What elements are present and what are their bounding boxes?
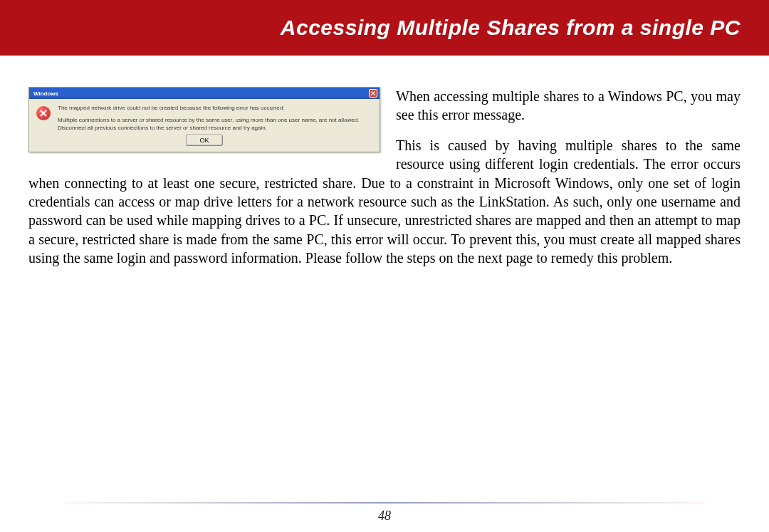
dialog-message-line2: Multiple connections to a server or shar…	[58, 117, 372, 132]
close-icon	[369, 89, 377, 98]
dialog-message-line1: The mapped network drive could not be cr…	[58, 105, 372, 113]
ok-button[interactable]: OK	[186, 135, 222, 146]
manual-page: Accessing Multiple Shares from a single …	[0, 0, 769, 532]
footer-divider	[64, 502, 705, 504]
dialog-titlebar-text: Windows	[33, 90, 58, 97]
dialog-message: The mapped network drive could not be cr…	[58, 105, 372, 132]
dialog-body: The mapped network drive could not be cr…	[29, 99, 380, 133]
page-number: 48	[0, 508, 769, 523]
main-paragraph: This is caused by having multiple shares…	[28, 136, 741, 268]
error-icon	[36, 106, 51, 120]
error-dialog-screenshot: Windows The mapped network drive could n…	[28, 87, 380, 152]
page-title: Accessing Multiple Shares from a single …	[281, 16, 741, 40]
dialog-button-row: OK	[29, 133, 380, 152]
dialog-titlebar: Windows	[29, 88, 380, 99]
header-bar: Accessing Multiple Shares from a single …	[0, 0, 769, 56]
content-area: Windows The mapped network drive could n…	[0, 56, 769, 268]
